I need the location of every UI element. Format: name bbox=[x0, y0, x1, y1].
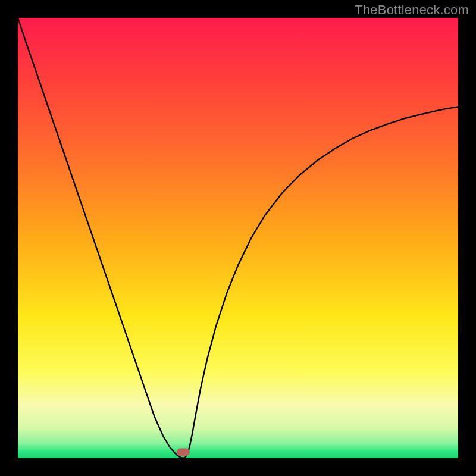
optimal-point-marker bbox=[177, 448, 190, 456]
plot-background bbox=[18, 18, 458, 458]
bottleneck-plot bbox=[18, 18, 458, 458]
chart-frame: TheBottleneck.com bbox=[0, 0, 476, 476]
watermark-text: TheBottleneck.com bbox=[355, 2, 469, 18]
